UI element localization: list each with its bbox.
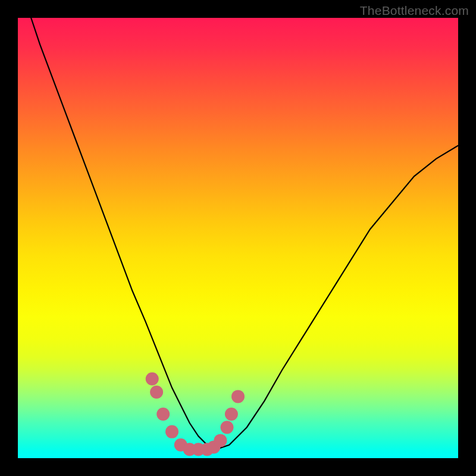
plot-area — [18, 18, 458, 458]
scatter-point — [225, 408, 238, 421]
scatter-point — [221, 421, 234, 434]
scatter-point — [150, 386, 163, 399]
bottleneck-curve — [31, 18, 458, 449]
chart-frame: TheBottleneck.com — [0, 0, 476, 476]
scatter-point — [146, 372, 159, 386]
scatter-points — [146, 372, 245, 456]
watermark-text: TheBottleneck.com — [360, 4, 469, 18]
scatter-point — [214, 434, 227, 447]
scatter-point — [231, 390, 245, 403]
scatter-point — [165, 425, 178, 439]
chart-svg — [18, 18, 458, 458]
scatter-point — [156, 408, 170, 421]
